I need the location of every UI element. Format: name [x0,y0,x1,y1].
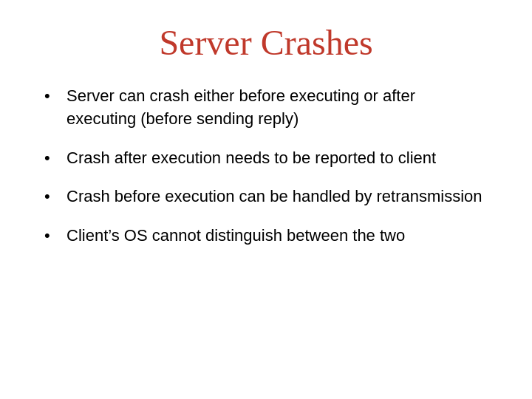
bullet-dot: • [44,185,66,208]
bullet-dot: • [44,225,66,248]
bullet-text: Client’s OS cannot distinguish between t… [66,225,488,248]
bullet-dot: • [44,85,66,108]
bullet-text: Crash before execution can be handled by… [66,185,488,208]
bullet-text: Crash after execution needs to be report… [66,147,488,170]
slide: Server Crashes •Server can crash either … [0,0,532,399]
list-item: •Crash before execution can be handled b… [44,185,488,208]
bullet-list: •Server can crash either before executin… [44,85,488,264]
bullet-text: Server can crash either before executing… [66,85,488,131]
slide-title: Server Crashes [44,22,488,63]
list-item: •Server can crash either before executin… [44,85,488,131]
list-item: •Crash after execution needs to be repor… [44,147,488,170]
list-item: •Client’s OS cannot distinguish between … [44,225,488,248]
bullet-dot: • [44,147,66,170]
